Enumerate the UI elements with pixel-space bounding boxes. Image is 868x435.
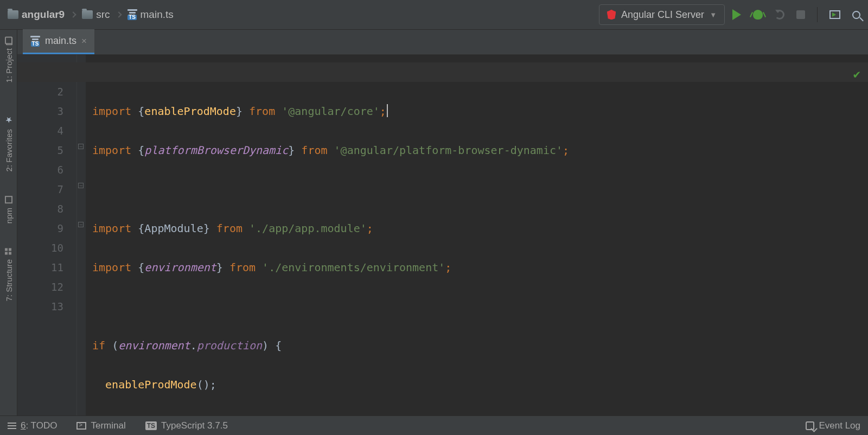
tool-tab-label: TypeScript 3.7.5 <box>161 420 228 431</box>
project-icon <box>5 36 12 44</box>
run-configuration-label: Angular CLI Server <box>621 9 704 21</box>
stop-icon[interactable] <box>796 10 805 19</box>
tool-tab-terminal[interactable]: Terminal <box>76 420 125 431</box>
breadcrumb-file[interactable]: TS main.ts <box>127 9 174 21</box>
tool-tab-label: Terminal <box>91 420 125 431</box>
tool-tab-todo[interactable]: 6: TODO <box>8 420 57 431</box>
chevron-right-icon <box>116 11 122 17</box>
terminal-icon <box>76 422 86 430</box>
line-number: 3 <box>17 101 63 121</box>
event-log-icon <box>806 421 814 430</box>
todo-icon <box>8 423 16 429</box>
typescript-icon: TS <box>145 421 157 430</box>
typescript-file-icon: TS <box>30 36 40 47</box>
tool-tab-label: npm <box>4 208 14 223</box>
line-number: 10 <box>17 238 63 258</box>
breadcrumb: angular9 src TS main.ts <box>8 9 174 21</box>
event-log-label: Event Log <box>819 420 860 431</box>
breadcrumb-label: src <box>96 9 110 21</box>
fold-marker-icon[interactable]: − <box>78 222 84 227</box>
line-number: 8 <box>17 199 63 219</box>
inspection-ok-icon[interactable]: ✔ <box>853 65 860 84</box>
folder-icon <box>82 10 93 19</box>
tool-tab-label: 1: Project <box>4 48 14 82</box>
tool-tab-project[interactable]: 1: Project <box>0 30 17 89</box>
star-icon: ★ <box>5 117 12 125</box>
search-everywhere-icon[interactable] <box>852 11 860 19</box>
line-number: 2 <box>17 82 63 101</box>
editor-tabs: TS main.ts × <box>0 30 868 55</box>
breadcrumb-label: angular9 <box>22 9 65 21</box>
left-tool-window-bar: 1: Project 2: Favorites ★ npm 7: Structu… <box>0 30 17 415</box>
tool-tab-favorites[interactable]: 2: Favorites ★ <box>0 111 17 178</box>
breadcrumb-label: main.ts <box>141 9 174 21</box>
separator <box>817 7 818 22</box>
current-line-highlight <box>17 62 868 82</box>
editor-tab-label: main.ts <box>45 35 76 47</box>
line-number: 11 <box>17 258 63 277</box>
run-anything-icon[interactable] <box>829 10 840 19</box>
fold-marker-icon[interactable]: − <box>78 183 84 188</box>
line-number: 7 <box>17 180 63 199</box>
run-icon[interactable] <box>732 9 741 20</box>
run-with-coverage-icon[interactable] <box>775 10 784 20</box>
fold-marker-icon[interactable]: − <box>78 144 84 149</box>
tool-tab-label: 6: TODO <box>21 420 57 431</box>
angular-icon <box>607 10 616 20</box>
breadcrumb-folder[interactable]: src <box>82 9 110 21</box>
typescript-file-icon: TS <box>127 9 137 20</box>
line-number: 6 <box>17 160 63 180</box>
tool-tab-structure[interactable]: 7: Structure <box>0 241 17 308</box>
text-caret <box>387 104 388 117</box>
code-area[interactable]: import {enableProdMode} from '@angular/c… <box>86 55 868 415</box>
close-icon[interactable]: × <box>81 36 87 47</box>
structure-icon <box>5 247 12 255</box>
debug-icon[interactable] <box>753 10 763 20</box>
line-number: 5 <box>17 140 63 160</box>
tool-tab-label: 2: Favorites <box>4 129 14 171</box>
chevron-down-icon: ▼ <box>710 11 717 19</box>
event-log-button[interactable]: Event Log <box>806 420 860 431</box>
fold-gutter: − − − − <box>77 55 86 415</box>
chevron-right-icon <box>71 11 76 17</box>
line-number: 4 <box>17 121 63 140</box>
toolbar-actions <box>732 7 860 22</box>
folder-icon <box>8 10 18 19</box>
navigation-bar: angular9 src TS main.ts Angular CLI Serv… <box>0 0 868 30</box>
run-configuration-selector[interactable]: Angular CLI Server ▼ <box>599 4 725 25</box>
tool-tab-typescript[interactable]: TS TypeScript 3.7.5 <box>145 420 228 431</box>
tool-tab-npm[interactable]: npm <box>0 189 17 230</box>
editor-tab-main-ts[interactable]: TS main.ts × <box>23 29 94 54</box>
status-bar: 6: TODO Terminal TS TypeScript 3.7.5 Eve… <box>0 415 868 435</box>
tool-tab-label: 7: Structure <box>4 259 14 302</box>
line-number: 12 <box>17 277 63 297</box>
npm-icon <box>5 196 12 203</box>
line-number-gutter: 1 2 3 4 5 6 7 8 9 10 11 12 13 <box>17 55 77 415</box>
line-number: 13 <box>17 297 63 316</box>
code-editor[interactable]: 1 2 3 4 5 6 7 8 9 10 11 12 13 − − − − im… <box>17 55 868 415</box>
line-number: 9 <box>17 219 63 238</box>
breadcrumb-root[interactable]: angular9 <box>8 9 65 21</box>
